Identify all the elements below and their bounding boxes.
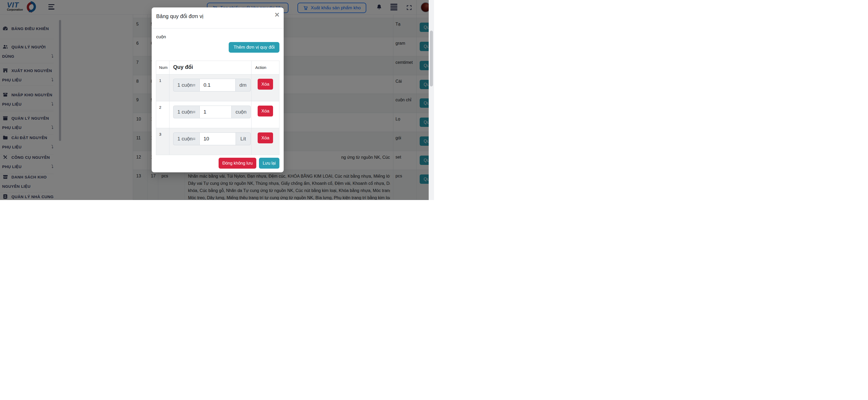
conversion-row: 3 1 cuộn= Lít Xóa [156,128,279,155]
close-icon[interactable]: ✕ [274,12,280,18]
conversion-table-header: Num Quy đổi Action [156,61,279,75]
row-num: 1 [156,75,169,101]
row-num: 2 [156,101,169,128]
delete-conversion-button[interactable]: Xóa [258,106,273,116]
conversion-value-input[interactable] [199,106,231,118]
conversion-table: Num Quy đổi Action 1 1 cuộn= dm Xóa 2 1 … [156,61,279,155]
row-num: 3 [156,128,169,155]
save-button[interactable]: Lưu lại [259,158,279,169]
modal-title: Bảng quy đổi đơn vị [156,13,204,20]
page-scrollbar[interactable] [429,0,434,200]
conversion-row: 1 1 cuộn= dm Xóa [156,75,279,101]
delete-conversion-button[interactable]: Xóa [258,79,273,90]
unit-conversion-modal: Bảng quy đổi đơn vị ✕ cuộn Thêm đơn vị q… [152,7,284,172]
conversion-unit: Lít [236,133,251,145]
conversion-value-input[interactable] [199,133,236,145]
column-header-conversion: Quy đổi [169,61,251,74]
add-conversion-button[interactable]: Thêm đơn vị quy đổi [229,42,279,53]
conversion-row: 2 1 cuộn= cuộn Xóa [156,101,279,128]
conversion-prefix: 1 cuộn= [173,79,199,91]
column-header-action: Action [251,61,279,74]
conversion-unit: dm [236,79,251,91]
conversion-input-group: 1 cuộn= dm [173,79,251,91]
conversion-prefix: 1 cuộn= [173,133,199,145]
column-header-num: Num [156,61,169,74]
conversion-prefix: 1 cuộn= [173,106,199,118]
close-without-save-button[interactable]: Đóng không lưu [219,158,256,169]
delete-conversion-button[interactable]: Xóa [258,133,273,143]
conversion-value-input[interactable] [199,79,235,91]
page-scrollbar-thumb[interactable] [430,31,433,86]
modal-unit-label: cuộn [156,34,166,39]
conversion-input-group: 1 cuộn= Lít [173,133,251,145]
conversion-unit: cuộn [231,106,251,118]
conversion-input-group: 1 cuộn= cuộn [173,106,251,118]
